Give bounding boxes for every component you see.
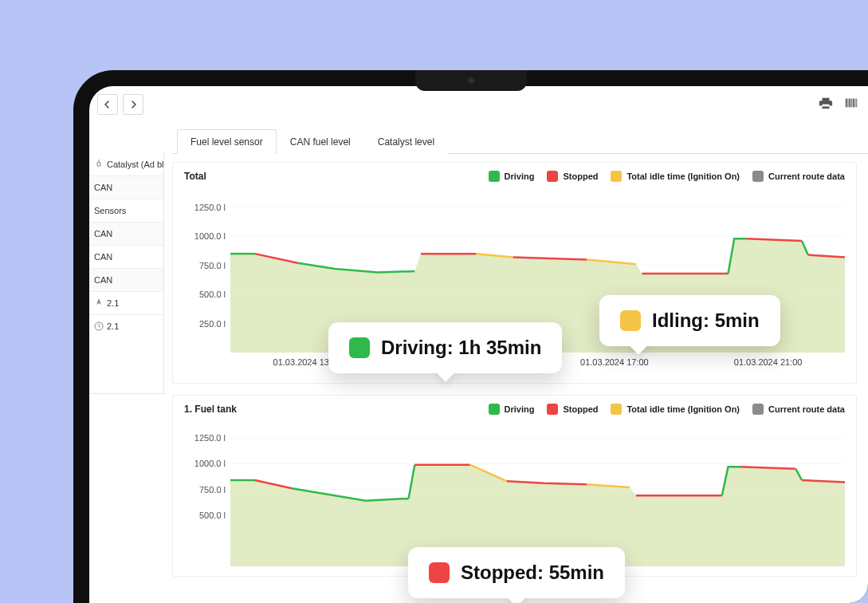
tooltip-stopped: Stopped: 55min [408, 547, 625, 598]
sidebar-catalyst-label: Catalyst (Ad blue) [107, 160, 163, 169]
svg-rect-4 [853, 99, 854, 108]
sidebar-row-can-3[interactable]: CAN [89, 269, 163, 292]
swatch-yellow-icon [611, 171, 622, 182]
print-icon [819, 96, 833, 110]
swatch-green-icon [349, 337, 370, 358]
swatch-gray-icon [752, 404, 764, 415]
sidebar: Catalyst (Ad blue) CAN Sensors CAN CAN C… [89, 153, 164, 394]
swatch-red-icon [429, 562, 450, 583]
swatch-green-icon [489, 171, 500, 182]
legend-driving-2[interactable]: Driving [489, 404, 535, 415]
tooltip-idling: Idling: 5min [599, 295, 780, 346]
y-tick: 1000.0 l [194, 231, 226, 241]
y-tick: 750.0 l [199, 485, 226, 495]
legend-driving[interactable]: Driving [489, 171, 535, 182]
nav-buttons [97, 94, 143, 115]
legend-idle[interactable]: Total idle time (Ignition On) [611, 171, 740, 182]
swatch-green-icon [489, 404, 500, 415]
app-screen: Catalyst (Ad blue) CAN Sensors CAN CAN C… [89, 86, 868, 603]
swatch-gray-icon [752, 171, 764, 182]
svg-rect-5 [855, 99, 856, 108]
barcode-icon [844, 96, 858, 110]
panel-total-title: Total [184, 171, 206, 182]
laptop-bezel: Catalyst (Ad blue) CAN Sensors CAN CAN C… [73, 70, 868, 603]
swatch-yellow-icon [611, 404, 622, 415]
tab-bar: Fuel level sensor CAN fuel level Catalys… [172, 129, 868, 154]
chart-fuel-tank-plot [230, 423, 845, 566]
y-tick: 1000.0 l [194, 459, 226, 468]
svg-rect-1 [848, 99, 849, 108]
legend-stopped[interactable]: Stopped [547, 171, 598, 182]
location-icon [94, 298, 104, 308]
legend-total: Driving Stopped Total idle time (Ignitio… [489, 171, 845, 182]
y-tick: 1250.0 l [194, 433, 226, 443]
sidebar-row-can-2[interactable]: CAN [89, 246, 163, 269]
tooltip-driving: Driving: 1h 35min [328, 322, 562, 373]
swatch-red-icon [547, 171, 558, 182]
catalyst-icon [94, 160, 104, 169]
swatch-red-icon [547, 404, 558, 415]
y-tick: 500.0 l [199, 510, 226, 520]
sidebar-row-can-1[interactable]: CAN [89, 223, 163, 246]
legend-idle-2[interactable]: Total idle time (Ignition On) [611, 404, 740, 415]
y-tick: 250.0 l [199, 319, 226, 329]
camera-icon [467, 77, 475, 85]
tab-catalyst-level[interactable]: Catalyst level [364, 129, 448, 154]
svg-rect-0 [846, 99, 847, 108]
svg-rect-2 [849, 99, 850, 108]
chevron-left-icon [104, 100, 112, 108]
svg-rect-6 [856, 99, 857, 108]
legend-stopped-2[interactable]: Stopped [547, 404, 598, 415]
chevron-right-icon [129, 100, 137, 108]
sidebar-row-sensors[interactable]: Sensors [89, 199, 163, 223]
sidebar-item-location[interactable]: 2.1 [89, 292, 163, 315]
tooltip-driving-text: Driving: 1h 35min [381, 337, 541, 359]
chart-fuel-tank-yaxis: 500.0 l750.0 l1000.0 l1250.0 l [184, 423, 230, 566]
legend-route-2[interactable]: Current route data [752, 404, 845, 415]
clock-icon [94, 321, 104, 331]
swatch-yellow-icon [620, 310, 641, 331]
legend-route[interactable]: Current route data [752, 171, 845, 182]
sidebar-item-clock[interactable]: 2.1 [89, 315, 163, 337]
laptop-notch [415, 70, 527, 91]
sidebar-row-can-0[interactable]: CAN [89, 176, 163, 199]
svg-rect-3 [851, 99, 852, 108]
tooltip-idling-text: Idling: 5min [652, 309, 760, 332]
barcode-button[interactable] [842, 94, 860, 112]
x-tick: 01.03.2024 21:00 [734, 357, 803, 373]
tab-fuel-level-sensor[interactable]: Fuel level sensor [177, 129, 277, 154]
chart-fuel-tank[interactable]: 500.0 l750.0 l1000.0 l1250.0 l [184, 423, 845, 566]
nav-prev-button[interactable] [97, 94, 118, 115]
panel-fuel-tank-title: 1. Fuel tank [184, 404, 237, 415]
sidebar-catalyst[interactable]: Catalyst (Ad blue) [89, 153, 163, 176]
y-tick: 1250.0 l [194, 203, 226, 212]
chart-total-yaxis: 250.0 l500.0 l750.0 l1000.0 l1250.0 l [184, 190, 230, 353]
y-tick: 500.0 l [199, 290, 226, 299]
legend-fuel-tank: Driving Stopped Total idle time (Ignitio… [489, 404, 845, 415]
print-button[interactable] [817, 94, 835, 112]
x-tick: 01.03.2024 17:00 [580, 357, 649, 373]
y-tick: 750.0 l [199, 261, 226, 270]
tab-can-fuel-level[interactable]: CAN fuel level [277, 129, 364, 154]
nav-next-button[interactable] [123, 94, 143, 115]
tooltip-stopped-text: Stopped: 55min [461, 562, 604, 584]
